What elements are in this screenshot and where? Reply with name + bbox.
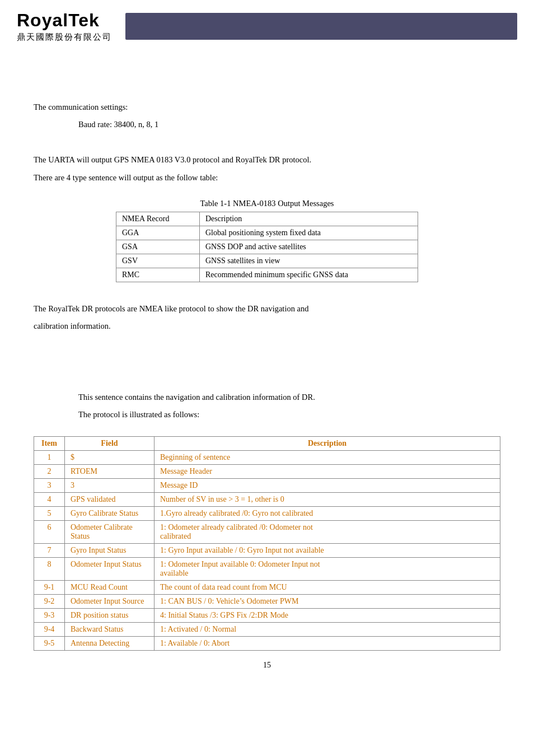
table-cell: 5 [34,506,65,520]
table-cell: 1: CAN BUS / 0: Vehicle’s Odometer PWM [154,594,500,608]
page-header: RoyalTek 鼎天國際股份有限公司 [0,0,534,48]
table-cell: 1: Available / 0: Abort [154,636,500,650]
table-row: GGAGlobal positioning system fixed data [116,226,418,240]
logo-area: RoyalTek 鼎天國際股份有限公司 [17,10,112,43]
table-cell: Gyro Input Status [65,543,154,557]
table-cell: Number of SV in use > 3 = 1, other is 0 [154,492,500,506]
table-cell: DR position status [65,608,154,622]
table-cell: GPS validated [65,492,154,506]
table-cell: 1: Odometer Input available 0: Odometer … [154,557,500,580]
dr-col-field: Field [65,436,154,450]
table-row: 9-4Backward Status1: Activated / 0: Norm… [34,622,500,636]
table-row: GSVGNSS satellites in view [116,254,418,268]
comm-settings-label: The communication settings: [34,101,500,114]
table-cell: Backward Status [65,622,154,636]
table-cell: 9-5 [34,636,65,650]
table-cell: 9-1 [34,580,65,594]
table-cell: Global positioning system fixed data [199,226,418,240]
table-cell: GNSS satellites in view [199,254,418,268]
page-number: 15 [34,661,500,670]
table-cell: Gyro Calibrate Status [65,506,154,520]
table-row: 7Gyro Input Status1: Gyro Input availabl… [34,543,500,557]
table-row: 8Odometer Input Status1: Odometer Input … [34,557,500,580]
table-cell: 7 [34,543,65,557]
table-row: 2RTOEMMessage Header [34,464,500,478]
table-cell: 2 [34,464,65,478]
header-bar [125,13,517,40]
table-cell: Odometer Input Status [65,557,154,580]
dr-table: Item Field Description 1$Beginning of se… [34,436,500,651]
table-cell: GSV [116,254,200,268]
logo: RoyalTek [17,10,112,31]
nmea-col-record: NMEA Record [116,212,200,226]
table-cell: 8 [34,557,65,580]
table-cell: 9-4 [34,622,65,636]
table-cell: The count of data read count from MCU [154,580,500,594]
dr-intro-line1: The RoyalTek DR protocols are NMEA like … [34,302,500,315]
table-cell: 1: Gyro Input available / 0: Gyro Input … [154,543,500,557]
sentence-intro-line2: The protocol is illustrated as follows: [78,408,500,421]
table-cell: Odometer Input Source [65,594,154,608]
table-cell: Antenna Detecting [65,636,154,650]
table-cell: GGA [116,226,200,240]
uarta-line2: There are 4 type sentence will output as… [34,171,500,184]
table-cell: Message ID [154,478,500,492]
nmea-table-caption: Table 1-1 NMEA-0183 Output Messages [34,199,500,208]
table-cell: 9-2 [34,594,65,608]
table-row: 6Odometer CalibrateStatus1: Odometer alr… [34,520,500,543]
table-row: 33Message ID [34,478,500,492]
baud-rate: Baud rate: 38400, n, 8, 1 [78,118,500,131]
table-cell: GSA [116,240,200,254]
table-row: 1$Beginning of sentence [34,450,500,464]
main-content: The communication settings: Baud rate: 3… [0,48,534,687]
dr-intro-line2: calibration information. [34,320,500,333]
table-cell: $ [65,450,154,464]
table-cell: 3 [65,478,154,492]
table-row: 4GPS validatedNumber of SV in use > 3 = … [34,492,500,506]
table-row: 9-2Odometer Input Source1: CAN BUS / 0: … [34,594,500,608]
table-cell: 1: Odometer already calibrated /0: Odome… [154,520,500,543]
table-cell: Odometer CalibrateStatus [65,520,154,543]
table-row: GSAGNSS DOP and active satellites [116,240,418,254]
table-cell: RMC [116,268,200,282]
table-cell: RTOEM [65,464,154,478]
table-cell: 9-3 [34,608,65,622]
logo-text: RoyalTek [17,10,100,30]
table-row: 5Gyro Calibrate Status1.Gyro already cal… [34,506,500,520]
table-cell: 3 [34,478,65,492]
nmea-col-description: Description [199,212,418,226]
table-cell: GNSS DOP and active satellites [199,240,418,254]
table-cell: 4: Initial Status /3: GPS Fix /2:DR Mode [154,608,500,622]
table-cell: Message Header [154,464,500,478]
table-cell: 1.Gyro already calibrated /0: Gyro not c… [154,506,500,520]
table-row: 9-5Antenna Detecting1: Available / 0: Ab… [34,636,500,650]
table-cell: 4 [34,492,65,506]
company-name-chinese: 鼎天國際股份有限公司 [17,32,112,43]
table-cell: 1: Activated / 0: Normal [154,622,500,636]
table-cell: Recommended minimum specific GNSS data [199,268,418,282]
table-row: 9-1MCU Read CountThe count of data read … [34,580,500,594]
table-cell: 1 [34,450,65,464]
table-row: RMCRecommended minimum specific GNSS dat… [116,268,418,282]
table-cell: Beginning of sentence [154,450,500,464]
nmea-table: NMEA Record Description GGAGlobal positi… [116,212,418,282]
sentence-intro-line1: This sentence contains the navigation an… [78,391,500,404]
uarta-line1: The UARTA will output GPS NMEA 0183 V3.0… [34,153,500,166]
table-cell: MCU Read Count [65,580,154,594]
dr-col-item: Item [34,436,65,450]
table-cell: 6 [34,520,65,543]
table-row: 9-3DR position status4: Initial Status /… [34,608,500,622]
dr-col-description: Description [154,436,500,450]
